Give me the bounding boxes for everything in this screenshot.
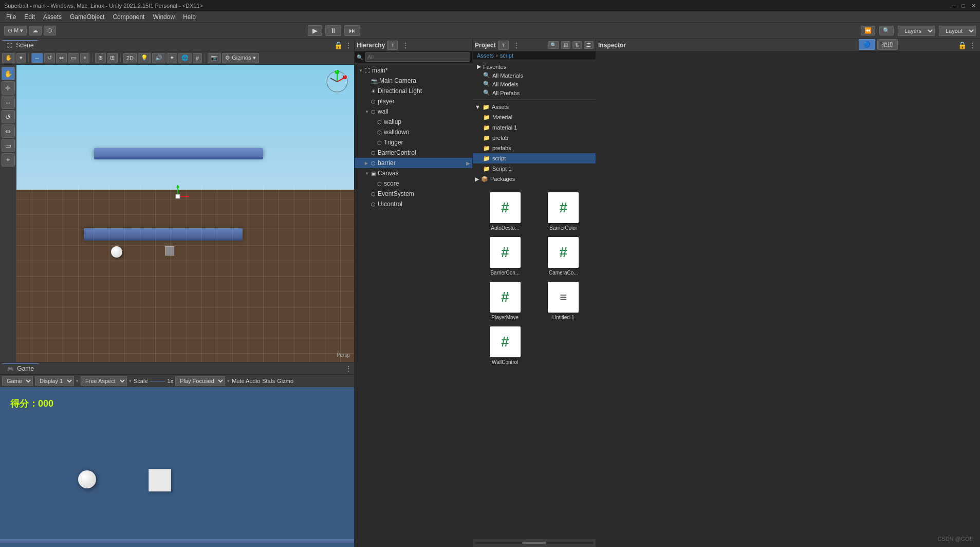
history-btn[interactable]: ⏪ [861, 26, 875, 35]
tree-item-player[interactable]: ⬡ player [355, 96, 472, 106]
rect-tool-btn[interactable]: ▭ [2, 139, 15, 152]
tree-item-wall[interactable]: ▼ ⬡ wall [355, 106, 472, 117]
folder-prefabs[interactable]: 📁 prefabs [473, 143, 596, 153]
scene-menu-btn[interactable]: ⋮ [345, 41, 352, 49]
play-focused-dropdown[interactable]: Play Focused [175, 376, 225, 386]
btn-gizmos[interactable]: ⚙ Gizmos ▾ [222, 53, 258, 63]
btn-light[interactable]: 💡 [138, 53, 151, 63]
btn-fx[interactable]: ✦ [167, 53, 177, 63]
tree-item-barrier[interactable]: ▶ ⬡ barrier ▶ [355, 158, 472, 168]
breadcrumb-script[interactable]: script [500, 52, 513, 59]
aspect-dropdown[interactable]: Free Aspect [81, 376, 127, 386]
play-button[interactable]: ▶ [308, 25, 322, 36]
packages-root[interactable]: ▶ 📦 Packages [473, 174, 596, 184]
inspector-blue-btn[interactable]: 🔵 [859, 39, 875, 50]
game-tab[interactable]: 🎮 Game [2, 363, 39, 373]
fav-label[interactable]: ▶ Favorites [475, 62, 594, 71]
menu-assets[interactable]: Assets [39, 12, 66, 22]
mute-audio-btn[interactable]: Mute Audio [232, 378, 260, 384]
asset-untitled[interactable]: ≡ Untitled-1 [535, 280, 592, 322]
project-search-btn[interactable]: 🔍 [548, 41, 559, 49]
layout-dropdown[interactable]: Layout [939, 26, 976, 36]
hierarchy-add-btn[interactable]: + [387, 41, 398, 50]
menu-component[interactable]: Component [108, 12, 149, 22]
menu-edit[interactable]: Edit [20, 12, 39, 22]
game-viewport[interactable]: 得分：000 [0, 387, 354, 547]
tree-item-eventsystem[interactable]: ⬡ EventSystem [355, 189, 472, 199]
asset-wallcontrol[interactable]: # WallControl [477, 324, 533, 367]
game-menu-btn[interactable]: ⋮ [345, 364, 352, 373]
game-mode-dropdown[interactable]: Game [2, 376, 33, 386]
scale-tool-btn[interactable]: ⇔ [2, 124, 15, 138]
asset-cameraco[interactable]: # CameraCo... [535, 235, 592, 278]
project-menu-btn[interactable]: ⋮ [511, 41, 522, 49]
project-view-btn[interactable]: ☰ [584, 41, 594, 49]
fav-prefabs[interactable]: 🔍 All Prefabs [475, 88, 594, 97]
stats-btn[interactable]: Stats [262, 378, 275, 384]
search-btn[interactable]: 🔍 [879, 26, 894, 35]
asset-barriercolor[interactable]: # BarrierColor [535, 190, 592, 233]
custom-tool-btn[interactable]: ⌖ [2, 153, 15, 167]
btn-grid[interactable]: # [193, 53, 202, 63]
scene-nav-gizmo[interactable]: Y X [324, 69, 350, 95]
inspector-menu-btn[interactable]: ⋮ [967, 41, 978, 49]
tree-item-barriercontrol[interactable]: ⬡ BarrierControl [355, 148, 472, 158]
project-add-btn[interactable]: + [498, 41, 509, 50]
folder-material[interactable]: 📁 Material [473, 112, 596, 122]
tree-item-trigger[interactable]: ⬡ Trigger [355, 137, 472, 148]
minimize-btn[interactable]: ─ [952, 3, 956, 9]
folder-material1[interactable]: 📁 material 1 [473, 122, 596, 133]
menu-gameobject[interactable]: GameObject [66, 12, 108, 22]
tool-rect[interactable]: ▭ [68, 53, 79, 63]
close-btn[interactable]: ✕ [971, 3, 976, 9]
tree-item-wallup[interactable]: ⬡ wallup [355, 117, 472, 127]
project-sort-btn[interactable]: ⇅ [572, 41, 582, 49]
hand-tool-btn[interactable]: ✋ [2, 67, 15, 80]
folder-script1[interactable]: 📁 Script 1 [473, 163, 596, 174]
tool-move[interactable]: ↔ [31, 53, 43, 63]
fav-materials[interactable]: 🔍 All Materials [475, 71, 594, 80]
tree-item-main-camera[interactable]: 📷 Main Camera [355, 76, 472, 86]
tool-pivot[interactable]: ⊕ [95, 53, 106, 63]
layers-dropdown[interactable]: Layers [898, 26, 935, 36]
asset-barriercon[interactable]: # BarrierCon... [477, 235, 533, 278]
tree-item-score[interactable]: ⬡ score [355, 178, 472, 189]
scene-viewport[interactable]: Y X Persp [16, 65, 354, 362]
inspector-extra-btn[interactable]: 拒担 [877, 39, 898, 50]
inspector-lock-btn[interactable]: 🔒 [958, 41, 967, 49]
step-button[interactable]: ⏭ [344, 25, 360, 36]
hierarchy-search-input[interactable] [365, 52, 470, 62]
scrollbar-track[interactable] [475, 542, 594, 544]
cloud-btn[interactable]: ☁ [29, 26, 42, 35]
scrollbar-thumb[interactable] [522, 542, 546, 544]
arrows-tool-btn[interactable]: ↔ [2, 96, 15, 109]
btn-camera[interactable]: 📷 [208, 53, 221, 63]
menu-window[interactable]: Window [149, 12, 179, 22]
tool-dropdown[interactable]: ▾ [16, 53, 26, 63]
asset-playermove[interactable]: # PlayerMove [477, 280, 533, 322]
tree-item-dir-light[interactable]: ☀ Directional Light [355, 86, 472, 96]
assets-root[interactable]: ▼ 📁 Assets [473, 102, 596, 112]
display-dropdown[interactable]: Display 1 [35, 376, 74, 386]
tree-item-main[interactable]: ▼ ⛶ main* [355, 65, 472, 76]
project-filter-btn[interactable]: ⊞ [561, 41, 570, 49]
pause-button[interactable]: ⏸ [325, 25, 341, 36]
tool-rotate[interactable]: ↺ [44, 53, 55, 63]
breadcrumb-assets[interactable]: Assets [477, 52, 494, 59]
scene-lock-btn[interactable]: 🔒 [334, 41, 343, 49]
tree-item-uicontrol[interactable]: ⬡ UIcontrol [355, 199, 472, 209]
tree-item-walldown[interactable]: ⬡ walldown [355, 127, 472, 137]
hierarchy-menu-btn[interactable]: ⋮ [400, 41, 411, 49]
project-scrollbar[interactable] [473, 539, 596, 547]
menu-file[interactable]: File [2, 12, 20, 22]
btn-skybox[interactable]: 🌐 [178, 53, 192, 63]
btn-audio[interactable]: 🔊 [152, 53, 165, 63]
tree-item-canvas[interactable]: ▼ ▣ Canvas [355, 168, 472, 178]
account-dropdown[interactable]: ⊙ M ▾ [4, 26, 27, 35]
menu-help[interactable]: Help [179, 12, 200, 22]
cross-tool-btn[interactable]: ✛ [2, 81, 15, 95]
folder-prefab[interactable]: 📁 prefab [473, 133, 596, 143]
folder-script[interactable]: 📁 script [473, 153, 596, 163]
scene-tab[interactable]: ⛶ Scene [2, 40, 39, 50]
tool-hand[interactable]: ✋ [2, 53, 15, 63]
